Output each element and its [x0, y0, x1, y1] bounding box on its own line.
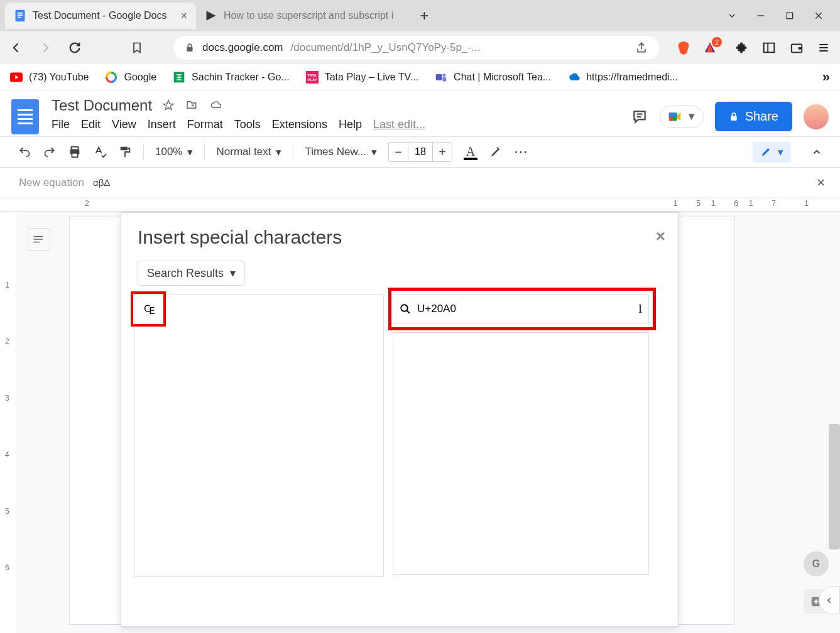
document-title[interactable]: Test Document: [52, 97, 152, 114]
bookmark-icon[interactable]: [131, 41, 143, 55]
more-toolbar-icon[interactable]: ⋯: [514, 144, 529, 160]
move-icon[interactable]: [185, 99, 199, 112]
brave-rewards-icon[interactable]: 2: [703, 41, 717, 55]
font-dropdown[interactable]: Times New...▾: [305, 146, 377, 159]
collapse-toolbar-icon[interactable]: [811, 146, 822, 158]
category-dropdown[interactable]: Search Results ▾: [138, 261, 245, 286]
extensions-icon[interactable]: [734, 41, 748, 55]
share-url-icon[interactable]: [635, 41, 648, 54]
address-bar-icons: 2: [677, 40, 717, 55]
increase-font-button[interactable]: +: [433, 143, 452, 161]
bookmark-google[interactable]: Google: [105, 71, 156, 84]
star-icon[interactable]: [162, 99, 175, 112]
docs-logo-icon[interactable]: [11, 99, 39, 134]
sidebar-icon[interactable]: [762, 41, 776, 55]
menu-file[interactable]: File: [52, 118, 70, 131]
lock-icon: [185, 42, 195, 53]
scrollbar[interactable]: [829, 424, 840, 549]
undo-icon[interactable]: [18, 146, 31, 158]
svg-rect-31: [731, 116, 736, 120]
menu-tools[interactable]: Tools: [234, 118, 261, 131]
grammarly-icon[interactable]: G: [804, 551, 829, 576]
tab-strip: Test Document - Google Docs × How to use…: [0, 0, 840, 31]
badge-count: 2: [712, 37, 722, 47]
menu-icon[interactable]: [817, 41, 830, 54]
svg-rect-1: [18, 13, 23, 14]
tab-close-icon[interactable]: ×: [180, 9, 187, 23]
share-label: Share: [745, 109, 778, 124]
cloud-status-icon[interactable]: [209, 99, 224, 112]
menu-view[interactable]: View: [112, 118, 136, 131]
svg-rect-25: [443, 77, 447, 82]
docs-toolbar: 100%▾ Normal text▾ Times New...▾ − + A ⋯…: [0, 136, 840, 168]
back-icon[interactable]: [10, 41, 23, 54]
menu-edit[interactable]: Edit: [81, 118, 101, 131]
brave-shield-icon[interactable]: [677, 40, 690, 55]
highlight-annotation: [388, 288, 656, 330]
bookmark-label: Sachin Tracker - Go...: [192, 72, 290, 83]
menu-format[interactable]: Format: [187, 118, 223, 131]
redo-icon[interactable]: [43, 146, 57, 158]
font-size-input[interactable]: [408, 143, 433, 161]
highlight-color-icon[interactable]: [489, 145, 503, 159]
horizontal-ruler[interactable]: 2 15 16 17 1: [0, 198, 840, 212]
svg-rect-5: [787, 13, 792, 18]
zoom-dropdown[interactable]: 100%▾: [155, 146, 193, 159]
paint-format-icon[interactable]: [118, 145, 132, 159]
bookmark-sheets[interactable]: Sachin Tracker - Go...: [173, 71, 290, 84]
special-characters-dialog: × Insert special characters Search Resul…: [121, 212, 679, 627]
close-window-icon[interactable]: [814, 11, 824, 21]
equation-symbols[interactable]: αβΔ: [93, 177, 110, 188]
tab-active[interactable]: Test Document - Google Docs ×: [5, 3, 196, 29]
reload-icon[interactable]: [68, 41, 82, 55]
bookmark-onedrive[interactable]: https://framedmedi...: [567, 71, 678, 84]
close-dialog-icon[interactable]: ×: [656, 227, 665, 246]
maximize-icon[interactable]: [785, 11, 795, 21]
menu-help[interactable]: Help: [339, 118, 362, 131]
new-tab-button[interactable]: +: [413, 7, 435, 24]
docs-header: Test Document File Edit View Insert Form…: [0, 90, 840, 136]
print-icon[interactable]: [68, 145, 82, 159]
google-icon: [105, 71, 117, 84]
decrease-font-button[interactable]: −: [389, 143, 408, 161]
menu-extensions[interactable]: Extensions: [272, 118, 327, 131]
extension-icons: [734, 41, 830, 55]
last-edit-link[interactable]: Last edit...: [373, 118, 425, 131]
share-button[interactable]: Share: [715, 102, 792, 131]
chevron-down-icon: ▾: [230, 266, 236, 280]
paragraph-style-dropdown[interactable]: Normal text▾: [216, 146, 281, 159]
wallet-icon[interactable]: [790, 41, 804, 55]
chevron-down-icon: ▾: [778, 146, 783, 159]
minimize-icon[interactable]: [756, 11, 766, 21]
bookmark-tataplay[interactable]: TATAPLAYTata Play – Live TV...: [306, 71, 418, 84]
youtube-icon: [10, 71, 23, 84]
url-bar[interactable]: docs.google.com/document/d/1hP_y_UsnQ7Yo…: [173, 36, 659, 60]
account-avatar[interactable]: [804, 104, 829, 129]
bookmarks-overflow-icon[interactable]: »: [822, 69, 830, 85]
bookmarks-bar: (73) YouTube Google Sachin Tracker - Go.…: [0, 64, 840, 90]
svg-point-24: [443, 73, 446, 77]
vertical-ruler[interactable]: 1 2 3 4 5 6: [0, 212, 18, 633]
svg-rect-10: [799, 47, 802, 50]
sheets-icon: [173, 71, 185, 84]
new-equation-label[interactable]: New equation: [19, 176, 84, 189]
spellcheck-icon[interactable]: [93, 145, 107, 159]
text-color-button[interactable]: A: [464, 144, 477, 160]
comments-history-icon[interactable]: [631, 109, 648, 125]
menu-bar: File Edit View Insert Format Tools Exten…: [52, 118, 425, 136]
svg-rect-30: [669, 112, 677, 116]
svg-rect-34: [72, 153, 77, 157]
bookmark-youtube[interactable]: (73) YouTube: [10, 71, 89, 84]
draw-character-box[interactable]: [393, 332, 649, 575]
chevron-down-icon: ▾: [276, 146, 281, 159]
meet-button[interactable]: ▼: [660, 106, 704, 128]
tab-search-icon[interactable]: [727, 11, 737, 21]
editing-mode-button[interactable]: ▾: [753, 142, 791, 163]
character-results-grid: ₠: [134, 295, 384, 577]
tab-inactive[interactable]: How to use superscript and subscript i: [196, 3, 402, 29]
menu-insert[interactable]: Insert: [148, 118, 176, 131]
bookmark-teams[interactable]: Chat | Microsoft Tea...: [435, 71, 551, 84]
document-outline-button[interactable]: [28, 228, 50, 251]
close-equation-bar-icon[interactable]: ×: [817, 175, 825, 191]
dialog-title: Insert special characters: [121, 213, 678, 257]
